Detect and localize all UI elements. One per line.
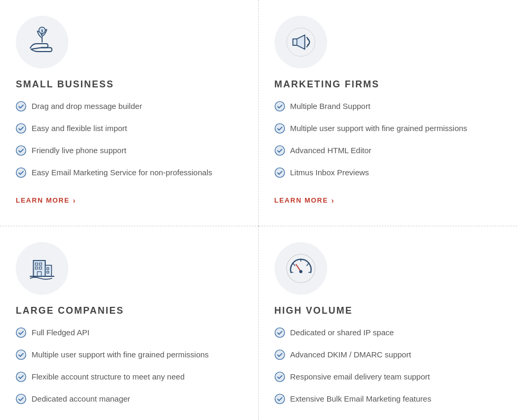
list-item: Advanced HTML Editor <box>275 145 496 158</box>
marketing-firms-learn-more[interactable]: LEARN MORE › <box>275 196 335 205</box>
large-companies-section: LARGE COMPANIES Full Fledged API <box>0 226 259 420</box>
megaphone-icon <box>285 26 317 58</box>
arrow-icon: › <box>73 196 76 205</box>
small-business-features: Drag and drop message builder Easy and f… <box>16 101 237 181</box>
check-icon <box>16 372 26 385</box>
marketing-firms-section: MARKETING FIRMS Multiple Brand Support <box>259 0 518 226</box>
list-item: Advanced DKIM / DMARC support <box>275 349 496 363</box>
plant-hand-icon: $ <box>26 26 58 58</box>
check-icon <box>275 167 285 181</box>
feature-text: Litmus Inbox Previews <box>290 167 369 178</box>
marketing-firms-icon-circle <box>275 16 327 68</box>
list-item: Multiple Brand Support <box>275 101 496 114</box>
list-item: Easy and flexible list import <box>16 123 237 136</box>
list-item: Friendly live phone support <box>16 145 237 158</box>
feature-text: Multiple Brand Support <box>290 101 371 112</box>
check-icon <box>275 349 285 363</box>
check-icon <box>16 394 26 407</box>
check-icon <box>275 145 285 158</box>
large-companies-features: Full Fledged API Multiple user support w… <box>16 327 237 407</box>
small-business-icon-circle: $ <box>16 16 68 68</box>
list-item: Full Fledged API <box>16 327 237 341</box>
high-volume-icon-circle <box>275 242 327 295</box>
feature-text: Flexible account structure to meet any n… <box>32 371 185 382</box>
marketing-firms-title: MARKETING FIRMS <box>275 79 496 90</box>
check-icon <box>16 101 26 114</box>
small-business-title: SMALL BUSINESS <box>16 79 237 90</box>
list-item: Responsive email delivery team support <box>275 371 496 385</box>
list-item: Easy Email Marketing Service for non-pro… <box>16 167 237 181</box>
high-volume-section: HIGH VOLUME Dedicated or shared IP space <box>259 226 518 420</box>
large-companies-title: LARGE COMPANIES <box>16 305 237 316</box>
arrow-icon: › <box>331 196 334 205</box>
check-icon <box>275 123 285 136</box>
feature-text: Multiple user support with fine grained … <box>32 349 209 360</box>
list-item: Extensive Bulk Email Marketing features <box>275 393 496 407</box>
list-item: Dedicated account manager <box>16 393 237 407</box>
feature-text: Responsive email delivery team support <box>290 371 430 382</box>
feature-text: Advanced HTML Editor <box>290 145 372 156</box>
check-icon <box>275 394 285 407</box>
marketing-firms-features: Multiple Brand Support Multiple user sup… <box>275 101 496 181</box>
large-companies-icon-circle <box>16 242 68 295</box>
feature-text: Drag and drop message builder <box>32 101 142 112</box>
check-icon <box>16 123 26 136</box>
high-volume-features: Dedicated or shared IP space Advanced DK… <box>275 327 496 407</box>
building-icon <box>26 253 58 284</box>
list-item: Flexible account structure to meet any n… <box>16 371 237 385</box>
high-volume-title: HIGH VOLUME <box>275 305 496 316</box>
check-icon <box>16 327 26 341</box>
check-icon <box>16 167 26 181</box>
svg-rect-12 <box>293 39 297 45</box>
check-icon <box>16 145 26 158</box>
list-item: Dedicated or shared IP space <box>275 327 496 341</box>
feature-text: Advanced DKIM / DMARC support <box>290 349 411 360</box>
feature-text: Friendly live phone support <box>32 145 126 156</box>
small-business-learn-more[interactable]: LEARN MORE › <box>16 196 76 205</box>
feature-text: Extensive Bulk Email Marketing features <box>290 393 431 404</box>
features-grid: $ SMALL BUSINESS Drag and drop message b… <box>0 0 517 420</box>
feature-text: Dedicated account manager <box>32 393 130 404</box>
feature-text: Easy and flexible list import <box>32 123 127 134</box>
check-icon <box>275 372 285 385</box>
feature-text: Multiple user support with fine grained … <box>290 123 468 134</box>
feature-text: Easy Email Marketing Service for non-pro… <box>32 167 212 178</box>
list-item: Litmus Inbox Previews <box>275 167 496 181</box>
feature-text: Full Fledged API <box>32 327 89 338</box>
speedometer-icon <box>285 253 317 284</box>
small-business-section: $ SMALL BUSINESS Drag and drop message b… <box>0 0 259 226</box>
check-icon <box>275 101 285 114</box>
check-icon <box>16 349 26 363</box>
svg-rect-22 <box>45 265 52 276</box>
list-item: Multiple user support with fine grained … <box>275 123 496 136</box>
svg-point-46 <box>299 270 302 273</box>
list-item: Drag and drop message builder <box>16 101 237 114</box>
list-item: Multiple user support with fine grained … <box>16 349 237 363</box>
check-icon <box>275 327 285 341</box>
feature-text: Dedicated or shared IP space <box>290 327 394 338</box>
